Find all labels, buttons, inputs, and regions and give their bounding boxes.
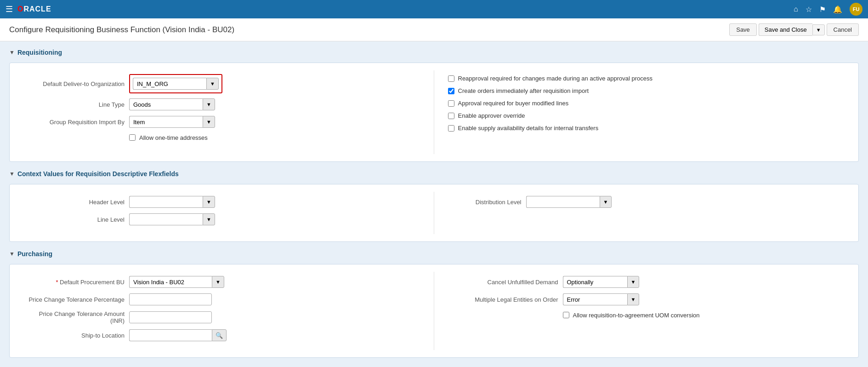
ship-to-location-row: Ship-to Location 🔍: [28, 329, 425, 342]
distribution-level-control: ▼: [526, 196, 840, 208]
hamburger-menu-icon[interactable]: ☰: [6, 4, 13, 14]
bell-icon[interactable]: 🔔: [833, 5, 842, 14]
ship-to-location-label: Ship-to Location: [28, 332, 129, 339]
ship-to-location-control: 🔍: [129, 329, 425, 341]
requisitioning-section-header: ▼ Requisitioning: [9, 49, 859, 56]
create-orders-label: Create orders immediately after requisit…: [458, 87, 589, 94]
line-type-input[interactable]: [129, 98, 203, 110]
allow-one-time-control: Allow one-time addresses: [129, 134, 425, 145]
enable-supply-checkbox[interactable]: [448, 125, 454, 132]
default-procurement-bu-input[interactable]: [129, 276, 212, 288]
line-type-row: Line Type ▼: [28, 98, 425, 111]
allow-one-time-checkbox[interactable]: [129, 134, 136, 141]
distribution-level-dropdown-btn[interactable]: ▼: [600, 196, 612, 208]
purchasing-left-column: Default Procurement BU ▼ Price Change To…: [19, 272, 434, 350]
purchasing-right-column: Cancel Unfulfilled Demand ▼ Multiple Leg…: [434, 272, 850, 350]
deliver-org-label: Default Deliver-to Organization: [28, 80, 129, 87]
enable-supply-label: Enable supply availability details for i…: [458, 125, 599, 132]
flag-icon[interactable]: ⚑: [819, 5, 826, 14]
star-icon[interactable]: ☆: [806, 5, 812, 14]
ship-to-location-input[interactable]: [129, 329, 212, 341]
save-and-close-group: Save and Close ▼: [759, 23, 825, 36]
cancel-unfulfilled-input[interactable]: [563, 276, 627, 288]
multiple-legal-dropdown-btn[interactable]: ▼: [627, 293, 640, 305]
context-values-section-header: ▼ Context Values for Requisition Descrip…: [9, 170, 859, 178]
top-bar-left: ☰ ORACLE: [6, 4, 51, 14]
default-procurement-bu-dropdown-btn[interactable]: ▼: [212, 276, 224, 288]
distribution-level-label: Distribution Level: [443, 199, 526, 206]
reapproval-row: Reapproval required for changes made dur…: [448, 75, 836, 82]
cancel-unfulfilled-dropdown-btn[interactable]: ▼: [627, 276, 640, 288]
price-change-amt-label: Price Change Tolerance Amount (INR): [28, 310, 129, 324]
allow-one-time-checkbox-row: Allow one-time addresses: [129, 134, 208, 141]
allow-one-time-row: Allow one-time addresses: [28, 133, 425, 146]
group-req-input[interactable]: [129, 116, 203, 128]
price-change-amt-row: Price Change Tolerance Amount (INR): [28, 310, 425, 324]
approval-buyer-checkbox[interactable]: [448, 100, 454, 107]
context-values-collapse-icon[interactable]: ▼: [9, 171, 15, 177]
purchasing-collapse-icon[interactable]: ▼: [9, 251, 15, 257]
deliver-org-input[interactable]: [133, 78, 206, 90]
enable-approver-label: Enable approver override: [458, 112, 525, 119]
reapproval-checkbox[interactable]: [448, 75, 454, 82]
enable-approver-checkbox[interactable]: [448, 113, 454, 119]
default-procurement-bu-label: Default Procurement BU: [28, 279, 129, 286]
header-level-input[interactable]: [129, 196, 203, 208]
allow-uom-checkbox[interactable]: [563, 312, 569, 318]
multiple-legal-input[interactable]: [563, 293, 627, 305]
allow-uom-control: Allow requisition-to-agreement UOM conve…: [563, 312, 840, 322]
user-avatar[interactable]: FU: [850, 3, 862, 16]
purchasing-form-grid: Default Procurement BU ▼ Price Change To…: [19, 272, 849, 350]
multiple-legal-label: Multiple Legal Entities on Order: [443, 296, 563, 303]
allow-uom-row: Allow requisition-to-agreement UOM conve…: [443, 310, 840, 323]
line-type-control: ▼: [129, 98, 425, 110]
price-change-pct-input[interactable]: [129, 293, 212, 305]
price-change-amt-control: [129, 311, 425, 323]
requisitioning-section-title: Requisitioning: [17, 49, 62, 56]
cancel-button[interactable]: Cancel: [827, 23, 859, 36]
create-orders-row: Create orders immediately after requisit…: [448, 87, 836, 94]
line-level-dropdown-btn[interactable]: ▼: [203, 213, 215, 225]
distribution-level-input[interactable]: [526, 196, 600, 208]
line-type-dropdown-btn[interactable]: ▼: [203, 98, 215, 110]
line-level-row: Line Level ▼: [28, 213, 425, 226]
allow-uom-label: Allow requisition-to-agreement UOM conve…: [573, 312, 700, 319]
allow-one-time-checkbox-label: Allow one-time addresses: [139, 134, 208, 141]
distribution-level-row: Distribution Level ▼: [443, 195, 840, 208]
requisitioning-form-grid: Default Deliver-to Organization ▼ Line T…: [19, 70, 849, 154]
group-req-dropdown-btn[interactable]: ▼: [203, 116, 215, 128]
price-change-pct-row: Price Change Tolerance Percentage: [28, 293, 425, 306]
requisitioning-collapse-icon[interactable]: ▼: [9, 49, 15, 56]
deliver-org-row: Default Deliver-to Organization ▼: [28, 74, 425, 93]
context-values-left-column: Header Level ▼ Line Level ▼: [19, 192, 434, 234]
default-procurement-bu-control: ▼: [129, 276, 425, 288]
enable-supply-row: Enable supply availability details for i…: [448, 125, 836, 132]
price-change-pct-label: Price Change Tolerance Percentage: [28, 296, 129, 303]
create-orders-checkbox[interactable]: [448, 88, 454, 94]
multiple-legal-control: ▼: [563, 293, 840, 305]
context-values-section-title: Context Values for Requisition Descripti…: [17, 170, 179, 178]
deliver-org-control: ▼: [129, 74, 425, 93]
approval-buyer-row: Approval required for buyer modified lin…: [448, 100, 836, 107]
save-and-close-dropdown-arrow[interactable]: ▼: [812, 24, 825, 35]
price-change-amt-input[interactable]: [129, 311, 212, 323]
purchasing-section-header: ▼ Purchasing: [9, 250, 859, 258]
home-icon[interactable]: ⌂: [794, 5, 798, 13]
context-values-right-column: Distribution Level ▼: [434, 192, 850, 234]
page-title: Configure Requisitioning Business Functi…: [9, 25, 234, 34]
main-content: ▼ Requisitioning Default Deliver-to Orga…: [0, 41, 868, 367]
default-procurement-bu-row: Default Procurement BU ▼: [28, 275, 425, 288]
deliver-org-dropdown-btn[interactable]: ▼: [206, 78, 219, 90]
price-change-pct-control: [129, 293, 425, 305]
requisitioning-left-column: Default Deliver-to Organization ▼ Line T…: [19, 70, 434, 154]
page-header: Configure Requisitioning Business Functi…: [0, 18, 868, 41]
allow-uom-checkbox-row: Allow requisition-to-agreement UOM conve…: [563, 312, 700, 319]
ship-to-location-search-btn[interactable]: 🔍: [212, 329, 227, 341]
save-and-close-button[interactable]: Save and Close: [759, 23, 812, 36]
context-values-section-body: Header Level ▼ Line Level ▼: [9, 184, 859, 242]
save-button[interactable]: Save: [729, 23, 757, 36]
line-level-input[interactable]: [129, 213, 203, 225]
header-level-dropdown-btn[interactable]: ▼: [203, 196, 215, 208]
cancel-unfulfilled-row: Cancel Unfulfilled Demand ▼: [443, 275, 840, 288]
header-actions: Save Save and Close ▼ Cancel: [729, 23, 859, 36]
